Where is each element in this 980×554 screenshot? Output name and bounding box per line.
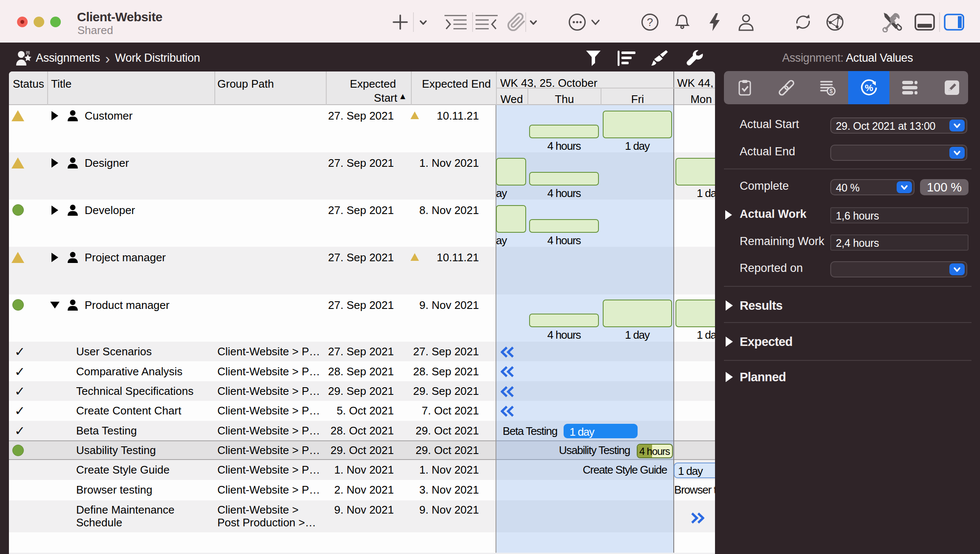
svg-text:%: % [865,83,873,93]
svg-text:$: $ [829,88,833,94]
svg-text:?: ? [647,16,653,29]
